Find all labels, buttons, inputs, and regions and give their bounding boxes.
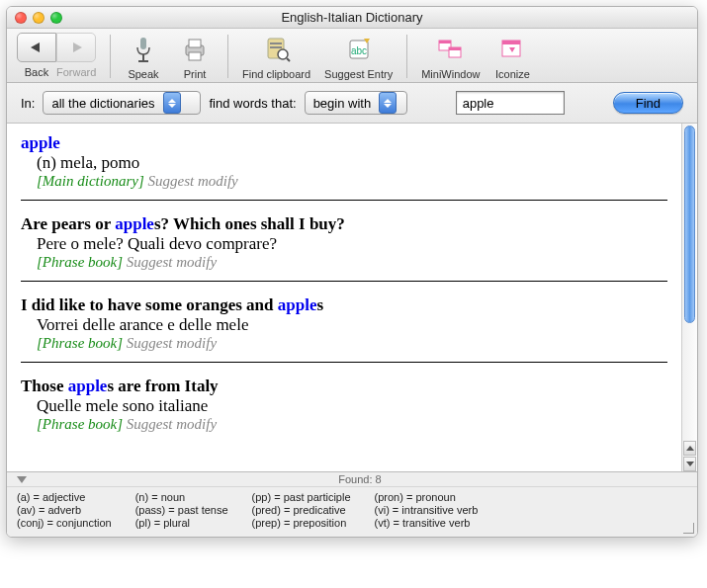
legend-item: (pron) = pronoun <box>375 491 479 503</box>
svg-rect-0 <box>140 38 146 49</box>
entry-translation: Vorrei delle arance e delle mele <box>37 315 667 335</box>
chevron-updown-icon <box>163 92 181 114</box>
vertical-scrollbar[interactable] <box>681 124 697 471</box>
scroll-up-button[interactable] <box>683 441 696 456</box>
back-label: Back <box>17 66 56 78</box>
result-entry: Are pears or apples? Which ones shall I … <box>21 214 667 271</box>
miniwindow-icon <box>432 33 470 66</box>
entry-headword: Those apples are from Italy <box>21 377 667 396</box>
toolbar-separator <box>406 35 407 78</box>
in-label: In: <box>21 96 35 111</box>
print-item[interactable]: Print <box>176 33 214 80</box>
match-select[interactable]: begin with <box>305 91 407 115</box>
legend-column: (a) = adjective(av) = adverb(conj) = con… <box>17 491 112 529</box>
suggest-modify-link[interactable]: Suggest modify <box>148 173 238 189</box>
svg-rect-5 <box>189 52 201 60</box>
forward-button[interactable] <box>56 33 96 62</box>
resize-handle[interactable] <box>680 520 694 534</box>
svg-line-10 <box>287 58 290 61</box>
chevron-updown-icon <box>379 92 397 114</box>
legend-column: (pron) = pronoun(vi) = intransitive verb… <box>375 491 479 529</box>
entry-meta: [Main dictionary] Suggest modify <box>37 173 667 190</box>
svg-rect-14 <box>439 41 451 43</box>
window-title: English-Italian Dictionary <box>7 10 697 25</box>
svg-point-9 <box>278 49 288 59</box>
suggest-entry-item[interactable]: abc Suggest Entry <box>324 33 393 80</box>
results-area: apple(n) mela, pomo[Main dictionary] Sug… <box>7 124 697 471</box>
result-entry: apple(n) mela, pomo[Main dictionary] Sug… <box>21 133 667 190</box>
legend-item: (av) = adverb <box>17 504 112 516</box>
match-label: find words that: <box>209 96 296 111</box>
legend-item: (pp) = past participle <box>252 491 351 503</box>
entry-source: [Phrase book] <box>37 335 123 351</box>
entry-headword: apple <box>21 133 667 153</box>
entry-translation: Pere o mele? Quali devo comprare? <box>37 234 667 254</box>
legend-item: (pl) = plural <box>135 517 228 529</box>
printer-icon <box>176 33 214 66</box>
svg-rect-16 <box>449 47 461 50</box>
entry-meta: [Phrase book] Suggest modify <box>37 335 667 352</box>
legend-item: (n) = noun <box>135 491 228 503</box>
legend-item: (vt) = transitive verb <box>375 517 479 529</box>
entry-translation: Quelle mele sono italiane <box>37 396 667 416</box>
suggest-entry-icon: abc <box>340 33 378 66</box>
suggest-modify-link[interactable]: Suggest modify <box>127 335 217 351</box>
legend-item: (vi) = intransitive verb <box>375 504 479 516</box>
disclosure-triangle-icon[interactable] <box>17 476 27 483</box>
miniwindow-item[interactable]: MiniWindow <box>421 33 480 80</box>
find-button[interactable]: Find <box>613 92 683 114</box>
svg-rect-18 <box>502 41 520 44</box>
legend-item: (conj) = conjunction <box>17 517 112 529</box>
svg-rect-2 <box>138 60 148 62</box>
suggest-modify-link[interactable]: Suggest modify <box>127 254 217 270</box>
scroll-thumb[interactable] <box>684 126 695 323</box>
legend-column: (n) = noun(pass) = past tense(pl) = plur… <box>135 491 228 529</box>
microphone-icon <box>125 33 162 66</box>
entry-divider <box>21 362 667 363</box>
back-button[interactable] <box>17 33 56 62</box>
svg-rect-4 <box>189 40 201 47</box>
entry-translation: (n) mela, pomo <box>37 153 667 173</box>
clipboard-find-icon <box>258 33 296 66</box>
entry-meta: [Phrase book] Suggest modify <box>37 416 667 433</box>
entry-meta: [Phrase book] Suggest modify <box>37 254 667 271</box>
entry-divider <box>21 281 667 282</box>
result-entry: Those apples are from ItalyQuelle mele s… <box>21 377 667 433</box>
entry-source: [Phrase book] <box>37 416 123 432</box>
result-entry: I did like to have some oranges and appl… <box>21 295 667 352</box>
toolbar-separator <box>227 35 228 78</box>
entry-source: [Main dictionary] <box>37 173 144 189</box>
entry-source: [Phrase book] <box>37 254 123 270</box>
dictionary-select[interactable]: all the dictionaries <box>43 91 201 115</box>
legend-column: (pp) = past participle(pred) = predicati… <box>252 491 351 529</box>
found-row[interactable]: Found: 8 <box>7 472 697 487</box>
legend-item: (pred) = predicative <box>252 504 351 516</box>
entry-divider <box>21 200 667 201</box>
results-list: apple(n) mela, pomo[Main dictionary] Sug… <box>7 124 681 471</box>
entry-headword: Are pears or apples? Which ones shall I … <box>21 214 667 234</box>
svg-text:abc: abc <box>351 45 367 56</box>
search-input[interactable] <box>456 91 565 115</box>
toolbar-separator <box>110 35 111 78</box>
legend-item: (pass) = past tense <box>135 504 228 516</box>
legend-item: (a) = adjective <box>17 491 112 503</box>
search-bar: In: all the dictionaries find words that… <box>7 83 697 124</box>
scroll-down-button[interactable] <box>683 457 696 471</box>
iconize-icon <box>493 33 531 66</box>
footer: Found: 8 (a) = adjective(av) = adverb(co… <box>7 471 697 537</box>
find-clipboard-item[interactable]: Find clipboard <box>242 33 310 80</box>
toolbar: Back Forward Speak Print Find clipboard <box>7 29 697 83</box>
svg-rect-8 <box>270 46 282 48</box>
entry-headword: I did like to have some oranges and appl… <box>21 295 667 315</box>
titlebar: English-Italian Dictionary <box>7 7 697 29</box>
suggest-modify-link[interactable]: Suggest modify <box>127 416 217 432</box>
svg-rect-7 <box>270 42 282 44</box>
iconize-item[interactable]: Iconize <box>493 33 531 80</box>
speak-item[interactable]: Speak <box>125 33 162 80</box>
nav-group: Back Forward <box>17 33 96 78</box>
svg-rect-1 <box>142 54 144 60</box>
legend: (a) = adjective(av) = adverb(conj) = con… <box>7 487 697 537</box>
found-count: Found: 8 <box>33 473 687 485</box>
app-window: English-Italian Dictionary Back Forward <box>6 6 698 538</box>
legend-item: (prep) = preposition <box>252 517 351 529</box>
